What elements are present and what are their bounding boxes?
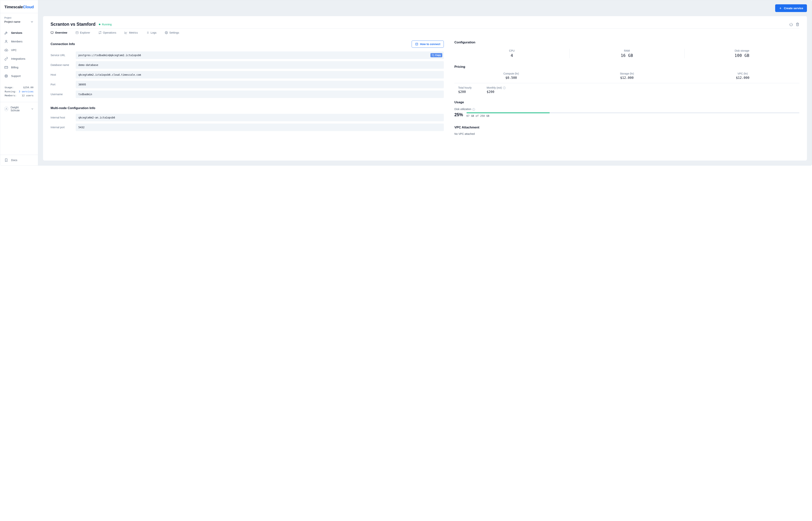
svg-rect-25 bbox=[433, 55, 434, 56]
nav-label: Support bbox=[11, 74, 21, 77]
conn-row-username: Username tsdbadmin bbox=[50, 90, 444, 98]
usage-label: Members: bbox=[5, 94, 17, 97]
button-label: How to connect bbox=[420, 43, 441, 46]
usage-row: 25% 67 GB of 250 GB bbox=[454, 112, 799, 117]
svg-rect-13 bbox=[51, 32, 53, 33]
nav-label: Members bbox=[11, 40, 22, 43]
kv-value: 38995 bbox=[76, 81, 444, 88]
pricing-label: VPC (hr) bbox=[686, 72, 799, 75]
status-badge: Running bbox=[99, 23, 112, 26]
tab-explorer[interactable]: Explorer bbox=[76, 31, 90, 34]
layout-icon bbox=[76, 31, 79, 34]
multinode-title: Multi-node Configuration Info bbox=[50, 106, 444, 110]
kv-label: Internal host bbox=[50, 116, 74, 119]
usage-value: $250.00 bbox=[18, 86, 34, 89]
create-service-button[interactable]: Create service bbox=[775, 4, 807, 12]
config-value: 16 GB bbox=[570, 53, 684, 58]
config-row: CPU 4 RAM 16 GB Disk storage 100 GB bbox=[454, 49, 799, 58]
nav-label: Billing bbox=[11, 66, 18, 69]
pricing-title: Pricing bbox=[454, 65, 799, 69]
kv-value: tsdbadmin bbox=[76, 90, 444, 98]
kv-value: postgres://tsdbadmin@qkcegtam2.icta1opsb… bbox=[76, 51, 444, 59]
chart-icon bbox=[124, 31, 127, 34]
tab-overview[interactable]: Overview bbox=[50, 31, 67, 34]
project-label: Project bbox=[4, 17, 34, 19]
pricing-label: Monthly (est) i bbox=[487, 86, 506, 89]
copy-icon bbox=[432, 54, 434, 56]
svg-rect-1 bbox=[5, 66, 8, 69]
pricing-value: $12.000 bbox=[686, 76, 799, 80]
user-icon bbox=[4, 40, 8, 43]
page-title: Scranton vs Stamford bbox=[50, 22, 95, 27]
content-card: Scranton vs Stamford Running Overview bbox=[43, 16, 807, 160]
chevron-down-icon bbox=[31, 107, 34, 110]
right-column: Configuration CPU 4 RAM 16 GB Disk stora… bbox=[454, 41, 799, 135]
plus-icon bbox=[779, 7, 782, 10]
kv-value: qkcegta6m2.icta1opsb6.cloud.timescale.co… bbox=[76, 71, 444, 78]
connection-title: Connection Info bbox=[50, 42, 75, 46]
user-name: Dwight Schrute bbox=[10, 106, 26, 112]
nav-vpc[interactable]: VPC bbox=[2, 46, 36, 54]
info-icon[interactable]: i bbox=[503, 87, 506, 89]
project-name: Project name bbox=[4, 20, 20, 23]
vpc-title: VPC Attachment bbox=[454, 126, 799, 129]
nav-label: Docs bbox=[11, 159, 17, 162]
disk-utilization-label: Disk utilization i bbox=[454, 108, 799, 111]
value-text: postgres://tsdbadmin@qkcegtam2.icta1opsb… bbox=[78, 54, 141, 57]
tab-metrics[interactable]: Metrics bbox=[124, 31, 138, 34]
tabs: Overview Explorer Operations Metrics Log… bbox=[50, 28, 799, 38]
tab-label: Logs bbox=[151, 31, 156, 34]
pricing-label: Storage (hr) bbox=[570, 72, 684, 75]
trash-icon[interactable] bbox=[796, 23, 799, 26]
pricing-value: $0.500 bbox=[454, 76, 568, 80]
config-value: 100 GB bbox=[685, 53, 799, 58]
tab-logs[interactable]: Logs bbox=[146, 31, 156, 34]
cloud-upload-icon bbox=[4, 48, 8, 52]
nav-docs[interactable]: Docs bbox=[0, 155, 38, 165]
kv-label: Database name bbox=[50, 64, 74, 66]
usage-label: Usage: bbox=[5, 86, 17, 89]
nav-label: Integrations bbox=[11, 57, 25, 60]
conn-row-database: Database name demo-database bbox=[50, 61, 444, 69]
monitor-icon bbox=[50, 31, 54, 34]
running-services-link[interactable]: 3 services bbox=[19, 90, 34, 93]
sidebar: TimescaleCloud Project Project name Serv… bbox=[0, 0, 38, 165]
nav: Services Members VPC Integrations Billin… bbox=[0, 25, 38, 82]
mn-row-port: Internal port 5432 bbox=[50, 123, 444, 131]
app-frame: TimescaleCloud Project Project name Serv… bbox=[0, 0, 812, 165]
svg-rect-15 bbox=[76, 31, 78, 34]
nav-integrations[interactable]: Integrations bbox=[2, 54, 36, 63]
link-icon bbox=[4, 57, 8, 61]
nav-services[interactable]: Services bbox=[2, 28, 36, 37]
tab-settings[interactable]: Settings bbox=[165, 31, 179, 34]
nav-support[interactable]: Support bbox=[2, 72, 36, 81]
usage-summary: Usage:$250.00 Running:3 services Members… bbox=[0, 82, 38, 98]
configuration-title: Configuration bbox=[454, 41, 799, 44]
tab-operations[interactable]: Operations bbox=[99, 31, 116, 34]
user-menu[interactable]: Dwight Schrute bbox=[0, 102, 38, 116]
usage-detail: 67 GB of 250 GB bbox=[467, 114, 799, 117]
usage-percent: 25% bbox=[454, 112, 463, 117]
config-label: Disk storage bbox=[685, 49, 799, 52]
usage-title: Usage bbox=[454, 100, 799, 104]
mn-row-host: Internal host qkcegta6m2-an.icta1opsb6 bbox=[50, 114, 444, 121]
nav-members[interactable]: Members bbox=[2, 37, 36, 46]
wrench-icon bbox=[4, 31, 8, 35]
status-dot-icon bbox=[99, 24, 100, 25]
operations-icon bbox=[99, 31, 102, 34]
info-icon[interactable]: i bbox=[472, 108, 475, 111]
nav-billing[interactable]: Billing bbox=[2, 63, 36, 72]
config-label: RAM bbox=[570, 49, 684, 52]
svg-point-9 bbox=[6, 108, 7, 109]
pricing-value: $200 bbox=[487, 90, 506, 94]
copy-button[interactable]: Copy bbox=[430, 53, 442, 57]
kv-label: Port bbox=[50, 83, 74, 86]
project-selector[interactable]: Project Project name bbox=[0, 13, 38, 25]
kv-value: 5432 bbox=[76, 123, 444, 131]
copy-label: Copy bbox=[435, 54, 441, 56]
progress-track bbox=[467, 112, 799, 113]
how-to-connect-button[interactable]: How to connect bbox=[412, 41, 444, 48]
topbar: Create service bbox=[38, 0, 812, 12]
power-icon[interactable] bbox=[789, 23, 793, 26]
usage-label: Running: bbox=[5, 90, 17, 93]
